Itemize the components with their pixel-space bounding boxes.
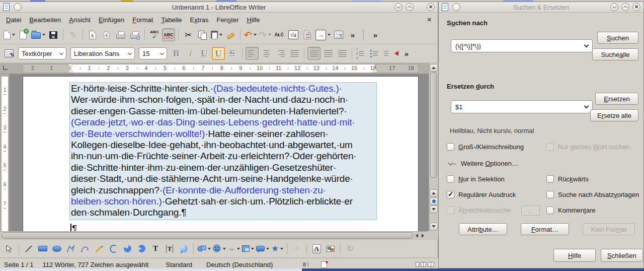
- export-pdf-direct-icon[interactable]: A: [100, 28, 113, 41]
- special-character-icon[interactable]: ÅŁČ: [273, 28, 286, 41]
- find-button[interactable]: Suchen: [597, 32, 638, 44]
- single-page-view-icon[interactable]: [416, 262, 419, 267]
- selection-only-option[interactable]: Nur in Selektion: [447, 175, 505, 183]
- italic-icon[interactable]: i: [184, 47, 197, 60]
- word-count[interactable]: 112 Wörter, 727 Zeichen ausgewählt: [43, 261, 149, 268]
- align-right-icon[interactable]: [274, 47, 287, 60]
- checkbox[interactable]: [546, 175, 554, 183]
- backwards-option[interactable]: Rückwärts: [546, 175, 589, 183]
- window-menu-button[interactable]: [14, 3, 22, 11]
- close-dialog-button[interactable]: Schließen: [601, 249, 643, 262]
- export-pdf-icon[interactable]: A: [86, 28, 99, 41]
- dropdown-arrow-icon[interactable]: [280, 248, 283, 250]
- open-icon[interactable]: [31, 28, 46, 41]
- stars-icon[interactable]: ★: [271, 242, 284, 255]
- replace-button[interactable]: Ersetzen: [595, 93, 638, 105]
- dropdown-arrow-icon[interactable]: [223, 248, 226, 250]
- navigator-icon[interactable]: →: [315, 28, 331, 41]
- attributes-button[interactable]: Attribute…: [459, 223, 507, 235]
- maximize-button[interactable]: [406, 3, 414, 11]
- line-spacing-2-icon[interactable]: [336, 47, 349, 60]
- document-text-line[interactable]: der·Beute·verschwinden·wollte!)·Hatte·ei…: [71, 128, 376, 140]
- callouts-icon[interactable]: [256, 242, 270, 255]
- dropdown-arrow-icon[interactable]: [328, 34, 331, 36]
- close-button[interactable]: ✕: [427, 3, 435, 11]
- match-case-option[interactable]: Groß-/Kleinschreibung: [447, 143, 524, 151]
- checkbox[interactable]: [546, 191, 554, 198]
- document-text-line[interactable]: bleiben·schon·hören.)·Gehetzt·sah·er·sic…: [71, 196, 376, 207]
- formatting-overflow-icon[interactable]: »: [400, 47, 413, 60]
- indent-marker[interactable]: [68, 69, 73, 73]
- horizontal-scrollbar[interactable]: [0, 231, 427, 239]
- flowchart-icon[interactable]: [242, 242, 255, 255]
- paste-icon[interactable]: [210, 28, 223, 41]
- scroll-left-button[interactable]: [414, 232, 420, 239]
- menu-ansicht[interactable]: Ansicht: [65, 15, 95, 25]
- dropdown-arrow-icon[interactable]: [12, 34, 15, 36]
- document-page[interactable]: Er·hörte·leise·Schritte·hinter·sich.·(Da…: [23, 76, 419, 231]
- document-text-line[interactable]: die·Schritte·hinter·ihm·zu·einem·der·unz…: [71, 162, 376, 173]
- insert-line-icon[interactable]: [22, 242, 35, 255]
- polygon-icon[interactable]: [64, 242, 77, 255]
- print-preview-icon[interactable]: [128, 28, 141, 41]
- checkbox[interactable]: [447, 143, 454, 151]
- checkbox[interactable]: [546, 207, 554, 214]
- dropdown-arrow-icon[interactable]: [268, 34, 271, 36]
- replace-value[interactable]: $1: [455, 103, 585, 111]
- page-style[interactable]: Standard: [166, 261, 192, 268]
- find-toolbar-overflow-icon[interactable]: »: [369, 28, 382, 41]
- scroll-up-button[interactable]: [430, 64, 438, 72]
- menu-einfuegen[interactable]: Einfügen: [95, 15, 128, 25]
- vertical-text-icon[interactable]: T: [163, 242, 176, 255]
- selection-mode-icon[interactable]: [303, 262, 309, 267]
- line-spacing-15-icon[interactable]: [321, 47, 335, 60]
- dialog-menu-button[interactable]: [452, 3, 460, 11]
- document-text-line[interactable]: dieser·Stadt,·und·die·stählerne·Acht·um·…: [71, 173, 376, 184]
- vertical-scroll-thumb[interactable]: [430, 72, 437, 178]
- font-name-select[interactable]: Liberation Sans: [70, 47, 135, 59]
- help-button[interactable]: Hilfe: [553, 249, 596, 262]
- chevron-down-icon[interactable]: [584, 42, 589, 47]
- horizontal-ruler[interactable]: 21123456789101112131415161718: [0, 63, 429, 74]
- dropdown-arrow-icon[interactable]: [251, 248, 254, 250]
- document-text-line[interactable]: Wer·würde·ihm·schon·folgen,·spät·in·der·…: [71, 94, 376, 105]
- next-page-button[interactable]: [430, 206, 438, 213]
- freeform-line-icon[interactable]: [93, 242, 106, 255]
- document-text-line[interactable]: (Gerade·jetzt,·wo·er·das·Ding·seines·Leb…: [71, 117, 376, 128]
- rectangle-icon[interactable]: [36, 242, 49, 255]
- comments-option[interactable]: Kommentare: [546, 207, 595, 214]
- undo-icon[interactable]: ↶: [244, 28, 257, 41]
- fontwork-icon[interactable]: A: [310, 242, 323, 255]
- spelling-icon[interactable]: ABC✓: [148, 28, 161, 41]
- copy-icon[interactable]: [196, 28, 209, 41]
- formatting-marks-icon[interactable]: [332, 28, 345, 41]
- select-icon[interactable]: [3, 242, 16, 255]
- cut-icon[interactable]: ✂: [182, 28, 195, 41]
- ordered-list-icon[interactable]: 123: [355, 47, 368, 60]
- more-options-expander[interactable]: Weitere Optionen…: [449, 160, 518, 167]
- document-text-line[interactable]: Er·hörte·leise·Schritte·hinter·sich.·(Da…: [71, 83, 376, 94]
- search-value[interactable]: (\([^\)]*\)): [455, 42, 585, 50]
- paragraph-style-select[interactable]: Textkörper: [18, 47, 66, 59]
- indent-marker[interactable]: [68, 64, 73, 68]
- format-paragraph-style-icon[interactable]: ✎: [3, 47, 16, 60]
- underline-active-icon[interactable]: U: [212, 47, 225, 60]
- regex-option[interactable]: Regulärer Ausdruck: [447, 191, 516, 198]
- symbol-shapes-icon[interactable]: [212, 242, 226, 255]
- callout-sphere-icon[interactable]: [177, 242, 190, 255]
- document-text-line[interactable]: Kollegen·dieselbe·Idee·gehabt,·ihn·beoba…: [71, 140, 376, 151]
- menu-tabelle[interactable]: Tabelle: [157, 15, 186, 25]
- book-view-icon[interactable]: [428, 262, 434, 267]
- circle-segment-icon[interactable]: [135, 242, 148, 255]
- document-text-line[interactable]: den·schmalen·Durchgang.¶: [71, 207, 376, 218]
- ellipse-icon[interactable]: [50, 242, 63, 255]
- new-document-icon[interactable]: [3, 28, 16, 41]
- menu-hilfe[interactable]: Hilfe: [243, 15, 264, 25]
- chevron-down-icon[interactable]: [584, 103, 589, 108]
- vertical-ruler[interactable]: 1234567: [0, 74, 10, 231]
- search-combobox[interactable]: (\([^\)]*\)): [451, 39, 593, 52]
- save-icon[interactable]: [47, 28, 60, 41]
- menu-extras[interactable]: Extras: [186, 15, 213, 25]
- align-center-icon[interactable]: [260, 47, 273, 60]
- dropdown-arrow-icon[interactable]: [266, 248, 269, 250]
